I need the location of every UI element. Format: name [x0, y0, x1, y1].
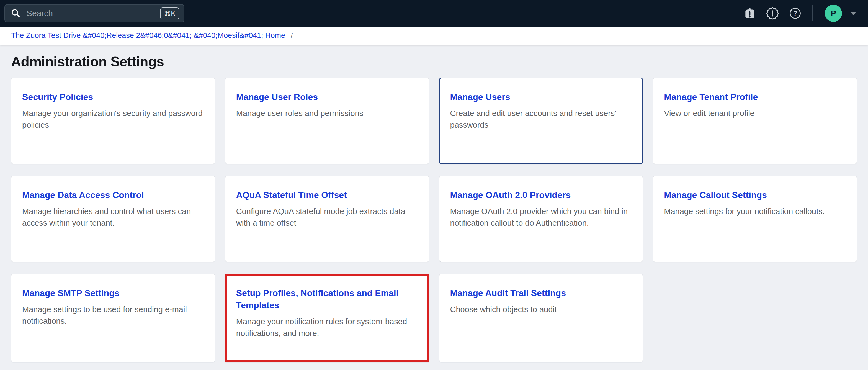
- card-description: Configure AQuA stateful mode job extract…: [236, 206, 418, 229]
- help-button[interactable]: ?: [789, 7, 802, 20]
- card-title-link[interactable]: Manage Callout Settings: [664, 190, 767, 200]
- user-avatar[interactable]: P: [825, 5, 842, 22]
- card-title-link[interactable]: Manage Users: [450, 92, 510, 102]
- main-content: Administration Settings Security Policie…: [0, 54, 868, 362]
- settings-card[interactable]: AQuA Stateful Time Offset Configure AQuA…: [225, 176, 429, 262]
- breadcrumb: The Zuora Test Drive &#040;Release 2&#04…: [0, 27, 868, 45]
- card-description: Manage your organization's security and …: [22, 107, 204, 131]
- card-title-link[interactable]: Manage Data Access Control: [22, 190, 144, 200]
- card-title-link[interactable]: Manage User Roles: [236, 92, 318, 102]
- settings-card[interactable]: Manage Data Access Control Manage hierar…: [11, 176, 215, 262]
- search-icon: [10, 8, 21, 19]
- settings-card[interactable]: Manage SMTP Settings Manage settings to …: [11, 274, 215, 362]
- card-description: View or edit tenant profile: [664, 107, 846, 119]
- card-title-link[interactable]: Setup Profiles, Notifications and Email …: [236, 288, 399, 310]
- keyboard-shortcut-badge: ⌘K: [160, 7, 179, 20]
- topbar: ⌘K ? P: [0, 0, 868, 27]
- card-title-link[interactable]: Manage OAuth 2.0 Providers: [450, 190, 571, 200]
- page-title: Administration Settings: [11, 54, 857, 70]
- topbar-divider: [812, 5, 813, 21]
- card-title-link[interactable]: Manage SMTP Settings: [22, 288, 119, 298]
- global-search[interactable]: ⌘K: [4, 4, 184, 23]
- settings-card[interactable]: Manage OAuth 2.0 Providers Manage OAuth …: [439, 176, 643, 262]
- card-title-link[interactable]: AQuA Stateful Time Offset: [236, 190, 347, 200]
- settings-card[interactable]: Setup Profiles, Notifications and Email …: [225, 274, 429, 362]
- topbar-actions: ? P: [743, 5, 868, 22]
- card-description: Manage your notification rules for syste…: [236, 316, 418, 339]
- card-description: Manage OAuth 2.0 provider which you can …: [450, 206, 632, 229]
- user-menu-caret-icon[interactable]: [850, 12, 856, 15]
- settings-card[interactable]: Manage User Roles Manage user roles and …: [225, 78, 429, 164]
- settings-card[interactable]: Manage Tenant Profile View or edit tenan…: [653, 78, 857, 164]
- card-description: Choose which objects to audit: [450, 304, 632, 315]
- tasks-alert-button[interactable]: [743, 7, 756, 20]
- card-title-link[interactable]: Security Policies: [22, 92, 93, 102]
- settings-card[interactable]: Manage Callout Settings Manage settings …: [653, 176, 857, 262]
- card-description: Manage user roles and permissions: [236, 107, 418, 119]
- breadcrumb-link[interactable]: The Zuora Test Drive &#040;Release 2&#04…: [11, 31, 285, 40]
- cards-grid: Security Policies Manage your organizati…: [11, 78, 857, 362]
- clipboard-alert-icon: [743, 7, 756, 20]
- card-description: Create and edit user accounts and reset …: [450, 107, 632, 131]
- card-title-link[interactable]: Manage Tenant Profile: [664, 92, 758, 102]
- breadcrumb-separator: /: [291, 31, 293, 40]
- card-description: Manage settings to be used for sending e…: [22, 304, 204, 327]
- card-description: Manage settings for your notification ca…: [664, 206, 846, 217]
- card-description: Manage hierarchies and control what user…: [22, 206, 204, 229]
- badge-alert-icon: [766, 7, 779, 20]
- card-title-link[interactable]: Manage Audit Trail Settings: [450, 288, 566, 298]
- settings-card[interactable]: Manage Users Create and edit user accoun…: [439, 78, 643, 164]
- settings-card[interactable]: Manage Audit Trail Settings Choose which…: [439, 274, 643, 362]
- search-input[interactable]: [26, 8, 160, 18]
- help-icon: ?: [789, 7, 802, 20]
- settings-card[interactable]: Security Policies Manage your organizati…: [11, 78, 215, 164]
- whats-new-button[interactable]: [766, 7, 779, 20]
- svg-text:?: ?: [793, 9, 797, 17]
